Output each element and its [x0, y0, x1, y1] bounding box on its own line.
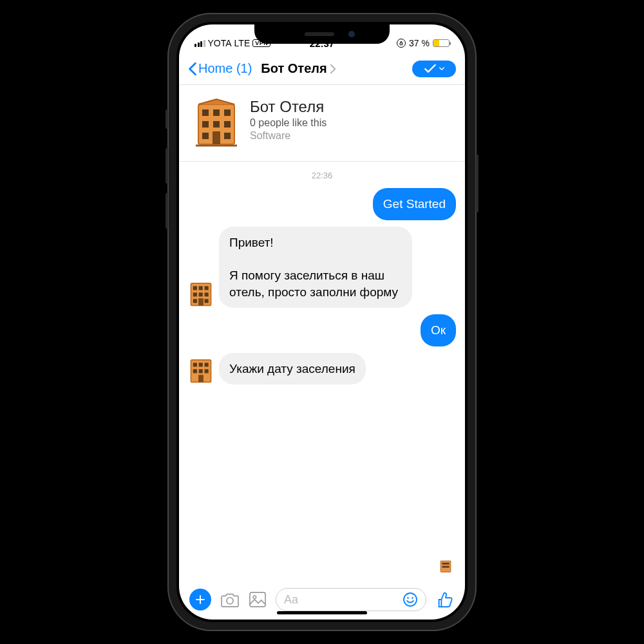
message-row: Ок	[188, 314, 456, 346]
svg-rect-3	[213, 109, 220, 116]
svg-rect-25	[193, 370, 197, 374]
svg-rect-19	[205, 299, 209, 303]
chevron-down-icon	[439, 67, 444, 71]
back-button[interactable]: Home (1)	[188, 61, 252, 76]
chat-area[interactable]: 22:36 Get Started Привет! Я	[179, 162, 465, 583]
carrier-label: YOTA	[208, 38, 232, 48]
volume-down	[166, 193, 168, 229]
svg-rect-33	[250, 592, 265, 607]
svg-rect-31	[442, 566, 449, 568]
hotel-icon	[193, 98, 240, 148]
svg-point-35	[404, 593, 417, 606]
emoji-icon[interactable]	[402, 592, 418, 607]
home-indicator[interactable]	[277, 611, 367, 614]
svg-rect-23	[199, 363, 203, 367]
mute-switch	[166, 109, 168, 129]
svg-rect-12	[193, 287, 197, 290]
user-message[interactable]: Ок	[421, 314, 456, 346]
nav-title: Бот Отеля	[261, 61, 327, 76]
svg-rect-30	[442, 563, 449, 565]
svg-rect-16	[199, 293, 203, 297]
message-row: Привет! Я помогу заселиться в наш отель,…	[188, 227, 456, 308]
plus-icon	[194, 594, 206, 605]
svg-point-36	[407, 597, 409, 599]
svg-rect-6	[213, 121, 220, 128]
nav-header: Home (1) Бот Отеля	[179, 53, 465, 85]
svg-rect-20	[198, 298, 204, 305]
input-placeholder: Aa	[284, 593, 298, 607]
camera-icon[interactable]	[220, 591, 240, 608]
bot-avatar-icon	[188, 356, 214, 384]
bot-avatar-icon	[188, 279, 214, 308]
svg-rect-28	[198, 375, 204, 383]
svg-rect-2	[202, 109, 209, 116]
add-button[interactable]	[189, 589, 211, 611]
check-icon	[424, 64, 437, 73]
notch	[254, 24, 390, 44]
svg-rect-10	[213, 131, 220, 144]
bot-message[interactable]: Привет! Я помогу заселиться в наш отель,…	[219, 227, 412, 308]
svg-rect-22	[193, 363, 197, 367]
svg-rect-4	[224, 109, 231, 116]
svg-rect-13	[199, 287, 203, 290]
svg-rect-24	[205, 363, 209, 367]
svg-rect-8	[202, 133, 209, 139]
svg-rect-27	[205, 370, 209, 374]
confirm-button[interactable]	[412, 61, 456, 77]
svg-point-32	[227, 598, 233, 604]
profile-likes: 0 people like this	[250, 117, 327, 129]
svg-rect-9	[224, 133, 231, 139]
svg-rect-26	[199, 370, 203, 374]
message-row: Get Started	[188, 188, 456, 220]
chevron-left-icon	[188, 62, 197, 76]
profile-category: Software	[250, 130, 327, 142]
like-button[interactable]	[435, 590, 455, 609]
svg-rect-15	[193, 293, 197, 297]
signal-icon	[194, 40, 205, 47]
chevron-right-icon	[330, 64, 336, 74]
svg-rect-17	[205, 293, 209, 297]
gallery-icon[interactable]	[249, 591, 267, 608]
sticker-hotel-icon	[439, 559, 452, 573]
svg-point-37	[412, 597, 413, 599]
svg-rect-18	[193, 299, 197, 303]
screen: YOTA LTE VPN 22:37 37 % Home (1)	[179, 24, 465, 620]
orientation-lock-icon	[397, 39, 406, 48]
power-button	[476, 155, 478, 213]
svg-point-34	[253, 596, 256, 599]
profile-name: Бот Отеля	[250, 98, 327, 116]
back-label: Home (1)	[198, 61, 252, 76]
message-input[interactable]: Aa	[276, 588, 426, 611]
network-label: LTE	[234, 38, 251, 48]
svg-rect-7	[224, 121, 231, 128]
svg-rect-5	[202, 121, 209, 128]
volume-up	[166, 148, 168, 184]
user-message[interactable]: Get Started	[373, 188, 456, 220]
profile-card[interactable]: Бот Отеля 0 people like this Software	[179, 85, 465, 162]
svg-rect-0	[400, 43, 402, 45]
battery-percent: 37 %	[409, 38, 430, 48]
svg-rect-14	[205, 287, 209, 290]
phone-frame: YOTA LTE VPN 22:37 37 % Home (1)	[167, 13, 477, 631]
battery-icon	[433, 39, 450, 47]
bot-message[interactable]: Укажи дату заселения	[219, 353, 366, 385]
message-row: Укажи дату заселения	[188, 353, 456, 385]
nav-title-group[interactable]: Бот Отеля	[261, 61, 336, 76]
chat-timestamp: 22:36	[188, 166, 456, 188]
